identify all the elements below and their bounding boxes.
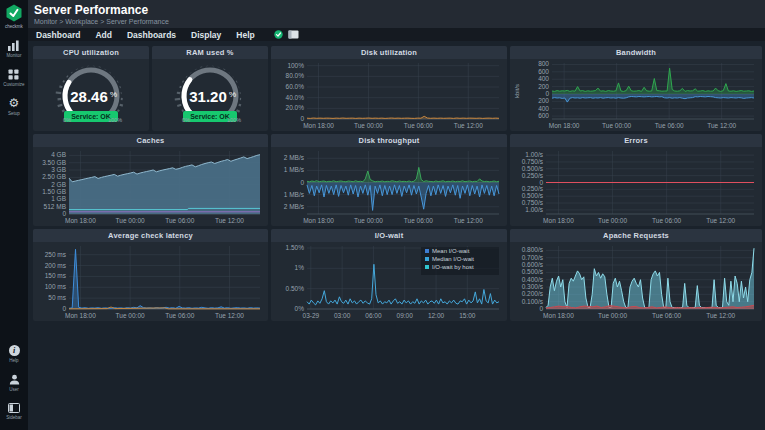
ram-gauge: 31.20%Service: OK0%100%	[152, 59, 268, 131]
sidebar-item-user[interactable]: User	[9, 374, 20, 392]
chart-svg: 03-2903:0006:0009:0012:0015:001.50%1%0.5…	[271, 242, 507, 321]
svg-text:03-29: 03-29	[303, 312, 320, 319]
chart-svg: Mon 18:00Tue 00:00Tue 06:00Tue 12:008006…	[510, 59, 762, 131]
svg-text:Tue 00:00: Tue 00:00	[354, 122, 383, 129]
svg-text:100 ms: 100 ms	[45, 283, 67, 290]
status-ok-icon[interactable]	[274, 30, 283, 39]
panel-title: Errors	[510, 134, 762, 147]
svg-text:1 MB/s: 1 MB/s	[284, 191, 305, 198]
gauge-histogram-bar	[58, 105, 63, 106]
panel-cpu-utilization: CPU utilization 28.46%Service: OK0%100%	[33, 46, 149, 131]
chart-svg: Mon 18:00Tue 00:00Tue 06:00Tue 12:00100%…	[271, 59, 507, 131]
svg-text:250 ms: 250 ms	[45, 251, 67, 258]
gauge-histogram-bar	[59, 86, 62, 87]
svg-text:Tue 12:00: Tue 12:00	[454, 217, 483, 224]
svg-text:15:00: 15:00	[459, 312, 476, 319]
svg-text:0.500/s: 0.500/s	[522, 268, 544, 275]
service-status-label: Service: OK	[71, 113, 111, 120]
customize-grid-icon	[8, 69, 19, 80]
page-title: Server Performance	[34, 3, 148, 17]
svg-text:0: 0	[300, 115, 304, 122]
panel-apache-requests: Apache Requests Mon 18:00Tue 00:00Tue 06…	[510, 229, 762, 321]
panel-title: Disk throughput	[271, 134, 507, 147]
service-status-label: Service: OK	[190, 113, 230, 120]
svg-text:Tue 00:00: Tue 00:00	[602, 122, 631, 129]
help-info-icon: i	[9, 345, 20, 356]
disk-throughput-chart: Mon 18:00Tue 00:00Tue 06:00Tue 12:002 MB…	[271, 147, 507, 226]
svg-text:3.50 GB: 3.50 GB	[42, 159, 66, 166]
gauge-histogram-bar	[67, 76, 68, 77]
svg-text:0: 0	[62, 305, 66, 312]
svg-text:0: 0	[539, 305, 543, 312]
gauge-histogram-bar	[120, 105, 123, 106]
svg-text:Tue 12:00: Tue 12:00	[706, 312, 735, 319]
sidebar-toggle-icon[interactable]	[288, 30, 299, 39]
gauge-histogram-bar	[180, 87, 182, 88]
menu-item-help[interactable]: Help	[236, 30, 254, 40]
gauge-histogram-bar	[177, 105, 181, 106]
menu-item-display[interactable]: Display	[191, 30, 221, 40]
svg-text:Tue 06:00: Tue 06:00	[165, 217, 194, 224]
gauge-unit: %	[229, 90, 236, 99]
svg-text:2.50 GB: 2.50 GB	[42, 173, 66, 180]
monitor-icon	[7, 40, 20, 51]
svg-text:800: 800	[538, 60, 549, 67]
svg-text:Median I/O-wait: Median I/O-wait	[432, 256, 474, 262]
svg-text:Mon 18:00: Mon 18:00	[543, 312, 574, 319]
svg-text:2 MB/s: 2 MB/s	[284, 203, 305, 210]
apache-requests-chart: Mon 18:00Tue 00:00Tue 06:00Tue 12:000.80…	[510, 242, 762, 321]
sidebar-item-sidebar-toggle[interactable]: Sidebar	[6, 403, 22, 420]
svg-text:Tue 12:00: Tue 12:00	[454, 122, 483, 129]
logo-label: checkmk	[5, 24, 23, 29]
gauge-value: 31.20	[189, 88, 227, 105]
sidebar-item-help[interactable]: i Help	[9, 345, 20, 363]
svg-text:1.00/s: 1.00/s	[525, 206, 543, 213]
sidebar-item-label: Monitor	[6, 53, 21, 58]
checkmk-logo[interactable]: checkmk	[5, 4, 23, 29]
svg-text:Tue 12:00: Tue 12:00	[215, 217, 244, 224]
svg-text:Tue 06:00: Tue 06:00	[655, 122, 684, 129]
bandwidth-chart: Mon 18:00Tue 00:00Tue 06:00Tue 12:008006…	[510, 59, 762, 131]
svg-text:400: 400	[538, 105, 549, 112]
chart-svg: Mon 18:00Tue 00:00Tue 06:00Tue 12:00250 …	[33, 242, 268, 321]
svg-text:600: 600	[538, 112, 549, 119]
sidebar-item-setup[interactable]: ⚙ Setup	[8, 98, 20, 116]
page-header: Server Performance Monitor > Workplace >…	[28, 0, 765, 28]
svg-text:Tue 00:00: Tue 00:00	[116, 217, 145, 224]
svg-text:I/O-wait by host: I/O-wait by host	[432, 264, 474, 270]
svg-text:400: 400	[538, 75, 549, 82]
menu-item-dashboards[interactable]: Dashboards	[127, 30, 176, 40]
errors-chart: Mon 18:00Tue 00:00Tue 06:00Tue 12:001.00…	[510, 147, 762, 226]
sidebar-item-monitor[interactable]: Monitor	[6, 40, 21, 58]
gear-icon: ⚙	[9, 98, 20, 109]
menu-item-dashboard[interactable]: Dashboard	[36, 30, 80, 40]
svg-text:1%: 1%	[295, 264, 305, 271]
gauge-unit: %	[110, 90, 117, 99]
gauge-histogram-bar	[117, 110, 119, 111]
svg-text:Mon 18:00: Mon 18:00	[303, 122, 334, 129]
menu-item-add[interactable]: Add	[95, 30, 112, 40]
panel-ram-used: RAM used % 31.20%Service: OK0%100%	[152, 46, 268, 131]
svg-text:600: 600	[538, 68, 549, 75]
chart-svg: Mon 18:00Tue 00:00Tue 06:00Tue 12:000.80…	[510, 242, 762, 321]
svg-text:0.400/s: 0.400/s	[522, 276, 544, 283]
svg-text:Mon 18:00: Mon 18:00	[303, 217, 334, 224]
svg-text:Tue 00:00: Tue 00:00	[598, 217, 627, 224]
gauge-value: 28.46	[70, 88, 108, 105]
svg-text:0.300/s: 0.300/s	[522, 283, 544, 290]
sidebar-item-customize[interactable]: Customize	[3, 69, 24, 87]
svg-text:Tue 06:00: Tue 06:00	[165, 312, 194, 319]
svg-text:100%: 100%	[287, 62, 304, 69]
sidebar: checkmk Monitor Customize ⚙ Setup	[0, 0, 28, 430]
svg-text:200: 200	[538, 97, 549, 104]
panel-title: Average check latency	[33, 229, 268, 242]
svg-text:200: 200	[538, 83, 549, 90]
svg-text:Mon 18:00: Mon 18:00	[65, 312, 96, 319]
gauge-svg: 31.20%Service: OK0%100%	[152, 59, 268, 131]
gauge-svg: 28.46%Service: OK0%100%	[33, 59, 149, 131]
gauge-max-label: 100%	[108, 117, 122, 123]
svg-text:0.800/s: 0.800/s	[522, 246, 544, 253]
svg-text:0.50%: 0.50%	[286, 285, 305, 292]
svg-text:0.600/s: 0.600/s	[522, 261, 544, 268]
gauge-max-label: 100%	[227, 117, 241, 123]
